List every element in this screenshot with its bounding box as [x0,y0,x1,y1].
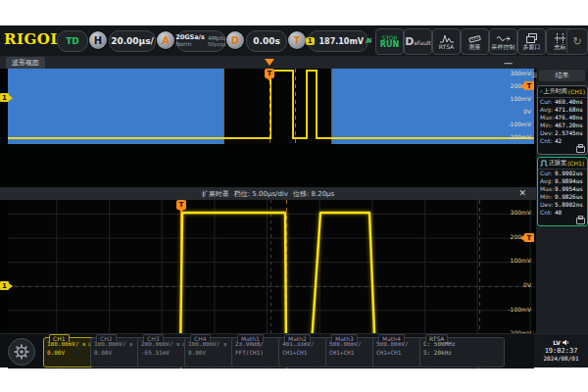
close-zoom-icon[interactable]: ✕ [518,188,526,198]
tab-row: 波形视图 — [0,56,588,69]
time-display: 19:02:37 [545,347,578,356]
printer-icon[interactable] [576,146,585,153]
delay-button[interactable]: 0.00s [246,30,287,52]
channel1-badge[interactable]: 1 [0,93,9,102]
trigger-level-badge[interactable]: T [524,81,534,90]
main-trigger-flag[interactable]: T [265,69,274,78]
toolbar-prev-arrow[interactable]: ‹ [368,34,372,45]
zoom-offset-line [295,69,296,144]
zoom-title: 扩展时基 [202,189,229,199]
top-bar: RIGOL TD H 20.00μs/ A 20GSa/s Norm 4Mpts… [0,25,588,57]
settings-gear-button[interactable] [8,338,35,366]
axis-label: -100mV [508,122,531,127]
axis-label: 0V [523,109,531,115]
trigger-button[interactable]: 1 187.10mV A [308,30,368,52]
acquire-knob[interactable]: A [157,31,174,49]
time-per-point: 50ps/pt [208,42,226,48]
channel-box-ch1[interactable]: CH1 100.00mV/ ≡ Ω 0.00V [43,337,95,368]
positive-pulse-icon [540,160,548,167]
results-sidebar: ☰ 结果 上升时间(CH1) Cur:469.40ns Avg:471.68ns… [536,69,588,333]
clock-area[interactable]: LV 19:02:37 2024/08/01 [534,334,588,368]
measurement-card-pulsewidth[interactable]: 正脉宽(CH1) Cur:9.9902us Avg:9.9894us Max:9… [537,157,588,226]
axis-label: 300mV [511,71,531,76]
main-timebase-view[interactable]: T 300mV 200mV 100mV 0V -100mV -200mV 1 T [8,69,534,144]
measurement-card-risetime[interactable]: 上升时间(CH1) Cur:469.40ns Avg:471.68ns Max:… [537,85,588,155]
channel-box-ch4[interactable]: CH4 100.00mV/ ≡ 0.00V [184,337,236,368]
acq-mode: Norm [175,41,191,48]
tab-waveform-view[interactable]: 波形视图 [6,57,45,69]
sampling-control-button[interactable]: 采样控制 [489,28,517,55]
stacked-windows-icon [526,33,537,43]
trigger-level-badge[interactable]: T [524,233,534,242]
panel-menu-icon[interactable]: ☰ [531,72,537,79]
channel-box-math2[interactable]: Math2 401.33mV/ CH1+CH1 [278,337,330,368]
mode-badge[interactable]: TD [57,30,88,52]
axis-label: -200mV [508,134,531,140]
trigger-level: 187.10mV [319,37,364,46]
channel-box-math1[interactable]: Math1 23.98dB/ FFT(CH1) [231,337,283,368]
axis-label: 100mV [511,96,531,102]
delay-knob[interactable]: D [226,31,244,49]
rtsa-button[interactable]: RTSA [432,28,461,55]
rigol-logo: RIGOL [4,30,61,48]
status-indicator: LV [553,339,561,347]
channel-box-ch2[interactable]: CH2 100.00mV/ ≡ 0.00V [90,337,142,368]
coupling-icons: ≡ [223,341,226,347]
channel1-badge[interactable]: 1 [0,281,9,290]
coupling-icons: ≡ [129,341,132,347]
oscilloscope-screen: RIGOL TD H 20.00μs/ A 20GSa/s Norm 4Mpts… [0,25,588,367]
refresh-button[interactable]: ↻ [566,28,588,55]
channel-box-math4[interactable]: Math4 500.00mV/ CH1+CH1 [372,337,424,368]
timebase-button[interactable]: 20.00μs/ [109,30,156,52]
bottom-bar: CH1 100.00mV/ ≡ Ω 0.00V CH2 100.00mV/ ≡ … [0,333,588,368]
horizontal-knob[interactable]: H [89,31,107,49]
spectrum-icon [440,34,454,43]
date-display: 2024/08/01 [543,355,578,363]
printer-icon[interactable] [576,218,585,224]
rtsa-box[interactable]: RTSA C: 500MHz S: 20kHz [419,337,505,368]
run-stop-button[interactable]: STOP RUN [375,28,404,55]
waveform-area: T 300mV 200mV 100mV 0V -100mV -200mV 1 T… [0,69,536,333]
ruler-icon [468,34,481,43]
channel-box-math3[interactable]: Math3 500.00mV/ CH1+CH1 [325,337,377,368]
speaker-icon [563,339,569,346]
waveform-arrow-icon [497,34,511,43]
gear-icon [14,344,29,360]
trigger-source-badge: 1 [306,37,315,45]
multi-window-button[interactable]: 多窗口 [517,28,546,55]
results-header: ☰ 结果 [539,70,585,81]
acquisition-button[interactable]: 20GSa/s Norm 4Mpts 50ps/pt [176,30,225,52]
minimize-icon[interactable]: — [504,58,513,68]
default-button[interactable]: Default [404,28,432,55]
channel-box-ch3[interactable]: CH3 200.00mV/ ≡ Ω -65.51mV [137,337,189,368]
zoom-timebase-bar: 扩展时基 档位: 5.00μs/div 位移: 8.20μs ✕ [0,187,536,200]
rise-time-icon [540,88,543,95]
cursor-icon [555,33,565,43]
trigger-position-marker[interactable] [265,59,274,66]
trigger-knob[interactable]: T [288,31,306,49]
measure-button[interactable]: 测量 [461,28,489,55]
zoom-trigger-flag[interactable]: T [176,200,186,210]
